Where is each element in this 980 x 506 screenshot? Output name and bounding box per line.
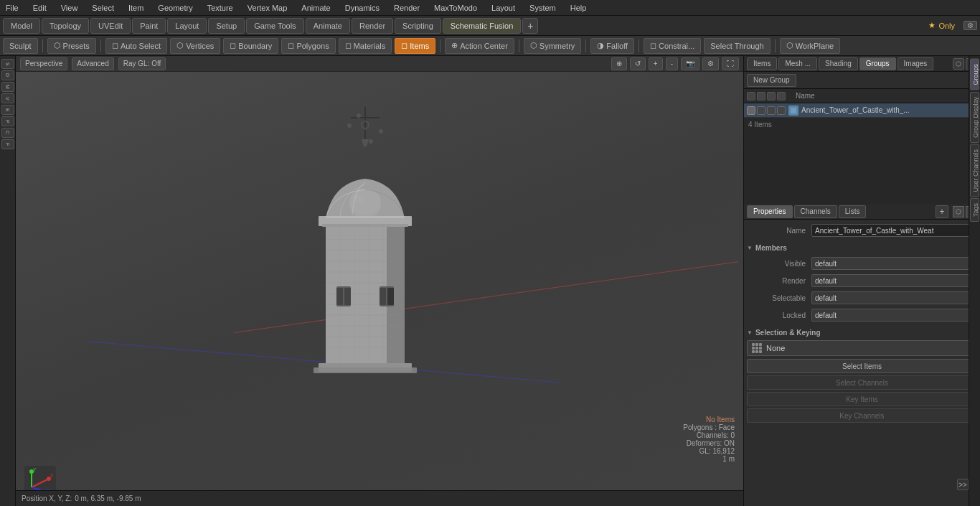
viewport-camera-btn[interactable]: 📷 (681, 57, 699, 70)
menu-select[interactable]: Select (89, 4, 117, 12)
tab-scripting[interactable]: Scripting (395, 18, 441, 34)
selection-keying-section-header[interactable]: ▼ Selection & Keying (747, 326, 977, 339)
items-button[interactable]: ◻ Items (395, 38, 435, 54)
menu-layout[interactable]: Layout (489, 4, 518, 12)
menu-texture[interactable]: Texture (204, 4, 236, 12)
select-through-button[interactable]: Select Through (704, 38, 770, 54)
vtab-tags[interactable]: Tags (970, 198, 979, 222)
group-edit-icon[interactable] (777, 106, 786, 115)
menu-render[interactable]: Render (391, 4, 423, 12)
menu-view[interactable]: View (58, 4, 81, 12)
falloff-button[interactable]: ◑ Falloff (590, 38, 634, 54)
tab-layout[interactable]: Layout (167, 18, 207, 34)
tab-items[interactable]: Items (747, 57, 777, 70)
members-section-header[interactable]: ▼ Members (747, 241, 977, 254)
viewport-zoom-in-btn[interactable]: + (649, 57, 663, 70)
menu-geometry[interactable]: Geometry (155, 4, 195, 12)
tab-model[interactable]: Model (3, 18, 40, 34)
tab-paint[interactable]: Paint (132, 18, 166, 34)
prop-locked-dropdown[interactable]: default ▼ (811, 309, 977, 322)
viewport-reset-btn[interactable]: ↺ (630, 57, 646, 70)
left-sidebar-btn-5[interactable]: E (1, 105, 14, 115)
action-center-button[interactable]: ⊕ Action Center (445, 38, 514, 54)
menu-file[interactable]: File (3, 4, 22, 12)
menu-help[interactable]: Help (567, 4, 590, 12)
polygons-button[interactable]: ◻ Polygons (281, 38, 335, 54)
left-sidebar-btn-6[interactable]: P (1, 116, 14, 126)
viewport-zoom-out-btn[interactable]: - (666, 57, 678, 70)
select-items-button[interactable]: Select Items (747, 359, 977, 373)
key-items-button[interactable]: Key Items (747, 392, 977, 406)
tab-topology[interactable]: Topology (42, 18, 89, 34)
viewport-orient-btn[interactable]: ⊕ (611, 57, 627, 70)
prop-tab-lists[interactable]: Lists (839, 205, 867, 218)
prop-tab-properties[interactable]: Properties (747, 205, 793, 218)
key-channels-button[interactable]: Key Channels (747, 408, 977, 423)
menu-item[interactable]: Item (126, 4, 146, 12)
vtab-user-channels[interactable]: User Channels (970, 144, 979, 197)
group-col-edit[interactable] (777, 92, 786, 100)
menu-edit[interactable]: Edit (30, 4, 50, 12)
group-row-1[interactable]: Ancient_Tower_of_Castle_with_... (744, 103, 980, 118)
prop-visible-dropdown[interactable]: default ▼ (811, 257, 977, 270)
tab-add-button[interactable]: + (522, 18, 538, 34)
menu-animate[interactable]: Animate (298, 4, 333, 12)
tab-images[interactable]: Images (897, 57, 934, 70)
group-vis-icon[interactable] (747, 106, 755, 115)
tab-game-tools[interactable]: Game Tools (246, 18, 304, 34)
prop-selectable-dropdown[interactable]: default ▼ (811, 291, 977, 304)
panel-scroll-btn[interactable]: >> (957, 479, 969, 490)
menu-maxtomodo[interactable]: MaxToModo (431, 4, 480, 12)
left-sidebar-btn-4[interactable]: V (1, 93, 14, 103)
groups-list[interactable]: Ancient_Tower_of_Castle_with_... 4 Items (744, 103, 980, 204)
workplane-button[interactable]: ⬡ WorkPlane (780, 38, 841, 54)
group-col-vis[interactable] (747, 92, 755, 100)
viewport-expand-btn[interactable]: ⛶ (722, 57, 739, 70)
prop-tab-add[interactable]: + (936, 205, 948, 218)
auto-select-button[interactable]: ◻ Auto Select (105, 38, 167, 54)
menu-vertex-map[interactable]: Vertex Map (245, 4, 291, 12)
viewport-advanced-btn[interactable]: Advanced (72, 57, 113, 70)
prop-render-dropdown[interactable]: default ▼ (811, 274, 977, 287)
left-sidebar-btn-1[interactable]: S (1, 59, 14, 69)
left-sidebar-btn-2[interactable]: D (1, 70, 14, 80)
symmetry-button[interactable]: ⬡ Symmetry (524, 38, 582, 54)
menu-system[interactable]: System (527, 4, 559, 12)
group-col-lock[interactable] (767, 92, 776, 100)
vtab-group-display[interactable]: Group Display (970, 92, 979, 143)
tab-schematic-fusion[interactable]: Schematic Fusion (443, 18, 521, 34)
tab-groups[interactable]: Groups (859, 57, 896, 70)
settings-btn[interactable]: ⚙ (963, 21, 977, 30)
new-group-button[interactable]: New Group (747, 74, 796, 87)
menu-dynamics[interactable]: Dynamics (342, 4, 382, 12)
prop-expand-btn-1[interactable]: ⬡ (953, 206, 964, 217)
select-channels-button[interactable]: Select Channels (747, 375, 977, 390)
left-sidebar-btn-8[interactable]: F (1, 139, 14, 149)
group-lock-icon[interactable] (767, 106, 776, 115)
tab-uvedit[interactable]: UVEdit (90, 18, 131, 34)
vtab-groups[interactable]: Groups (970, 59, 979, 90)
presets-button[interactable]: ⬡ Presets (47, 38, 96, 54)
tab-render[interactable]: Render (352, 18, 393, 34)
group-render-icon[interactable] (757, 106, 765, 115)
viewport-raygl-btn[interactable]: Ray GL: Off (118, 57, 166, 70)
tab-shading[interactable]: Shading (819, 57, 858, 70)
viewport-perspective-btn[interactable]: Perspective (20, 57, 67, 70)
boundary-button[interactable]: ◻ Boundary (223, 38, 278, 54)
group-col-render[interactable] (757, 92, 765, 100)
sculpt-button[interactable]: Sculpt (3, 38, 38, 54)
viewport-canvas[interactable]: No Items Polygons : Face Channels: 0 Def… (16, 72, 743, 506)
left-sidebar-btn-3[interactable]: M (1, 82, 14, 92)
prop-name-input[interactable] (811, 224, 977, 237)
panel-expand-btn[interactable]: ⬡ (953, 58, 964, 70)
viewport-settings-btn[interactable]: ⚙ (702, 57, 719, 70)
materials-button[interactable]: ◻ Materials (339, 38, 392, 54)
tab-animate[interactable]: Animate (306, 18, 350, 34)
keying-none-button[interactable]: None (747, 340, 977, 356)
tab-setup[interactable]: Setup (208, 18, 245, 34)
vertices-button[interactable]: ⬡ Vertices (170, 38, 220, 54)
left-sidebar-btn-7[interactable]: C (1, 128, 14, 138)
tab-mesh[interactable]: Mesh ... (778, 57, 817, 70)
constraints-button[interactable]: ◻ Constrai... (644, 38, 701, 54)
prop-tab-channels[interactable]: Channels (794, 205, 837, 218)
